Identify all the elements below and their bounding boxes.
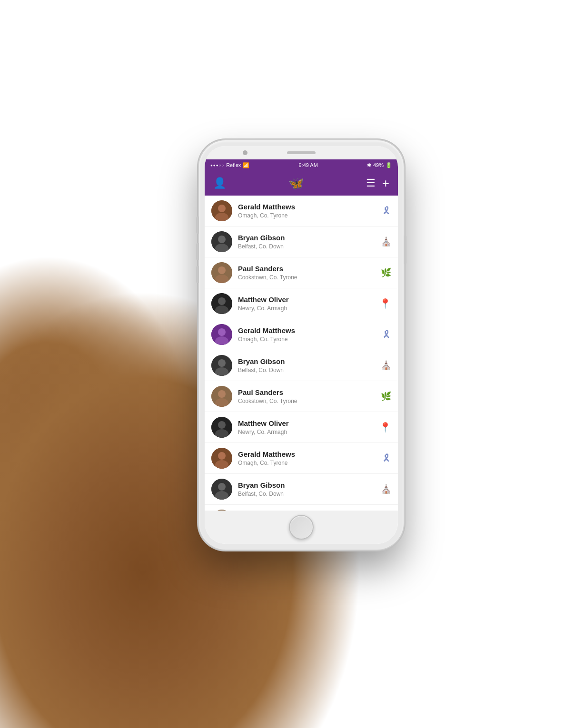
avatar [211,417,232,438]
list-item[interactable]: Matthew Oliver Newry, Co. Armagh 📍 [205,288,398,319]
list-item[interactable]: Matthew Oliver Newry, Co. Armagh 📍 [205,412,398,443]
svg-point-7 [218,266,226,274]
contact-location: Belfast, Co. Down [238,491,375,497]
svg-point-25 [218,452,226,460]
contact-name: Gerald Matthews [238,203,376,211]
pin-icon: 📍 [379,298,391,309]
list-item[interactable]: Paul Sanders Cookstown, Co. Tyrone 🌿 [205,505,398,511]
battery-icon: 🔋 [386,162,392,168]
contact-location: Omagh, Co. Tyrone [238,212,376,219]
contact-name: Gerald Matthews [238,326,376,335]
svg-point-13 [218,328,226,336]
phone-device: ●●●○○ Reflex 📶 9:49 AM ✱ 49% 🔋 👤 🦋 ☰ + [199,140,404,550]
phone-camera [243,150,247,155]
svg-point-16 [218,359,226,367]
svg-point-4 [218,236,226,243]
list-item[interactable]: Gerald Matthews Omagh, Co. Tyrone 🎗 [205,443,398,474]
avatar [211,293,232,314]
bluetooth-icon: ✱ [367,162,371,168]
avatar [211,448,232,469]
tomb-icon: ⛪ [381,360,391,371]
avatar [211,200,232,221]
avatar [211,231,232,252]
phone-top-bar [205,146,398,159]
status-right: ✱ 49% 🔋 [367,162,392,168]
svg-point-1 [218,205,226,212]
contact-info: Matthew Oliver Newry, Co. Armagh [238,419,374,435]
contact-info: Bryan Gibson Belfast, Co. Down [238,481,375,497]
contact-name: Bryan Gibson [238,234,375,242]
contact-name: Paul Sanders [238,265,375,273]
battery-percent: 49% [373,162,384,168]
list-item[interactable]: Gerald Matthews Omagh, Co. Tyrone 🎗 [205,319,398,350]
contact-location: Omagh, Co. Tyrone [238,336,376,343]
contact-name: Matthew Oliver [238,295,374,304]
pin-icon: 📍 [379,422,391,433]
contact-location: Newry, Co. Armagh [238,429,374,435]
status-time: 9:49 AM [298,162,317,168]
avatar [211,324,232,345]
flower-icon: 🌿 [381,267,391,278]
svg-point-22 [218,421,226,429]
nav-right-icons: ☰ + [366,176,389,191]
list-item[interactable]: Paul Sanders Cookstown, Co. Tyrone 🌿 [205,381,398,412]
list-item[interactable]: Gerald Matthews Omagh, Co. Tyrone 🎗 [205,196,398,226]
status-bar: ●●●○○ Reflex 📶 9:49 AM ✱ 49% 🔋 [205,159,398,171]
list-item[interactable]: Bryan Gibson Belfast, Co. Down ⛪ [205,474,398,505]
contact-location: Newry, Co. Armagh [238,305,374,312]
contact-name: Paul Sanders [238,388,375,397]
phone-screen: ●●●○○ Reflex 📶 9:49 AM ✱ 49% 🔋 👤 🦋 ☰ + [205,146,398,544]
contact-info: Bryan Gibson Belfast, Co. Down [238,357,375,374]
app-logo[interactable]: 🦋 [288,176,304,191]
ribbon-icon: 🎗 [382,329,391,340]
contact-location: Belfast, Co. Down [238,243,375,250]
carrier-name: Reflex [226,162,241,168]
contact-location: Belfast, Co. Down [238,367,375,374]
contact-info: Gerald Matthews Omagh, Co. Tyrone [238,203,376,219]
contacts-list: Gerald Matthews Omagh, Co. Tyrone 🎗 Brya… [205,196,398,511]
list-item[interactable]: Bryan Gibson Belfast, Co. Down ⛪ [205,350,398,381]
svg-point-10 [218,297,226,305]
add-icon[interactable]: + [382,176,389,191]
status-left: ●●●○○ Reflex 📶 [210,162,249,168]
phone-body: ●●●○○ Reflex 📶 9:49 AM ✱ 49% 🔋 👤 🦋 ☰ + [199,140,404,550]
flower-icon: 🌿 [381,391,391,402]
tomb-icon: ⛪ [381,236,391,247]
avatar [211,355,232,376]
contact-info: Gerald Matthews Omagh, Co. Tyrone [238,326,376,343]
contact-location: Omagh, Co. Tyrone [238,460,376,466]
contact-info: Paul Sanders Cookstown, Co. Tyrone [238,265,375,281]
contact-name: Gerald Matthews [238,450,376,459]
nav-bar: 👤 🦋 ☰ + [205,171,398,196]
contact-name: Bryan Gibson [238,357,375,366]
avatar [211,479,232,500]
tomb-icon: ⛪ [381,484,391,494]
contact-info: Paul Sanders Cookstown, Co. Tyrone [238,388,375,404]
contact-info: Matthew Oliver Newry, Co. Armagh [238,295,374,312]
contact-name: Matthew Oliver [238,419,374,428]
list-item[interactable]: Bryan Gibson Belfast, Co. Down ⛪ [205,226,398,257]
contact-location: Cookstown, Co. Tyrone [238,398,375,404]
signal-dots: ●●●○○ [210,163,224,167]
wifi-icon: 📶 [243,162,249,168]
ribbon-icon: 🎗 [382,453,391,464]
profile-icon[interactable]: 👤 [213,177,226,189]
phone-speaker [287,151,316,154]
svg-point-28 [218,483,226,491]
home-button[interactable] [289,515,314,540]
contact-info: Bryan Gibson Belfast, Co. Down [238,234,375,250]
contact-name: Bryan Gibson [238,481,375,490]
avatar [211,262,232,283]
contact-info: Gerald Matthews Omagh, Co. Tyrone [238,450,376,466]
ribbon-icon: 🎗 [382,206,391,216]
contact-location: Cookstown, Co. Tyrone [238,274,375,281]
phone-bottom [205,511,398,544]
avatar [211,386,232,407]
svg-point-19 [218,390,226,398]
list-item[interactable]: Paul Sanders Cookstown, Co. Tyrone 🌿 [205,257,398,288]
list-view-icon[interactable]: ☰ [366,177,376,189]
